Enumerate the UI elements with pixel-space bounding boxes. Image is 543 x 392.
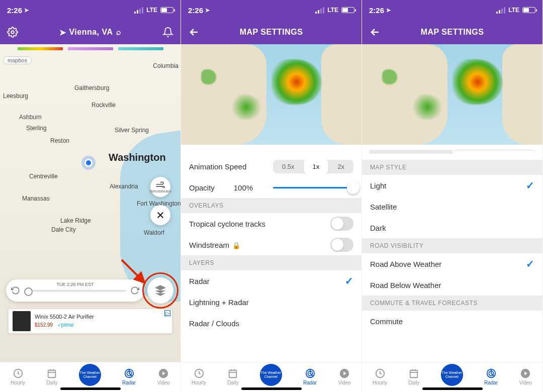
tab-video[interactable]: Video (157, 368, 169, 385)
location-arrow-icon: ➤ (59, 28, 66, 37)
row-opacity: Opacity 100% (181, 177, 361, 198)
tab-video[interactable]: Video (519, 368, 531, 385)
city-label: Centreville (29, 173, 58, 180)
back-arrow-icon[interactable] (188, 26, 200, 38)
page-title: MAP SETTINGS (208, 28, 334, 37)
svg-rect-3 (48, 370, 56, 378)
tab-daily[interactable]: Daily (227, 368, 238, 385)
row-radar[interactable]: Radar✓ (181, 270, 361, 291)
toggle-cyclone[interactable] (330, 217, 353, 231)
segment-layers[interactable]: LAYERS (369, 150, 452, 154)
row-satellite[interactable]: Satellite (362, 196, 542, 217)
speed-2x[interactable]: 2x (328, 160, 353, 173)
battery-icon (341, 7, 354, 13)
svg-rect-13 (410, 370, 418, 378)
status-bar: 2:26➤ LTE (0, 0, 180, 20)
home-indicator[interactable] (422, 387, 483, 390)
segment-features[interactable]: FEATURES (452, 150, 536, 154)
tab-hourly[interactable]: Hourly (11, 368, 25, 385)
tab-hourly[interactable]: Hourly (373, 368, 387, 385)
search-icon: ⌕ (116, 28, 122, 37)
time-slider[interactable]: TUE 2:26 PM EST (24, 290, 126, 291)
battery-icon (522, 7, 535, 13)
row-lightning[interactable]: Lightning + Radar (181, 291, 361, 313)
screen-settings-layers: 2:26➤ LTE MAP SETTINGS LAYERS FEATURES A… (181, 0, 362, 392)
speed-05x[interactable]: 0.5x (273, 160, 304, 173)
city-label: Rockville (92, 102, 116, 109)
rewind-icon[interactable] (11, 286, 20, 295)
navbar-settings: MAP SETTINGS (181, 20, 361, 44)
map-layers-button[interactable] (147, 277, 173, 304)
check-icon: ✓ (526, 179, 534, 191)
speed-segment[interactable]: 0.5x 1x 2x (273, 160, 353, 173)
home-indicator[interactable] (60, 387, 121, 390)
time-scrubber[interactable]: TUE 2:26 PM EST (6, 279, 144, 302)
tab-hourly[interactable]: Hourly (192, 368, 206, 385)
section-road: ROAD VISIBILITY (362, 238, 542, 253)
location-selector[interactable]: ➤ Vienna, VA ⌕ (27, 28, 153, 37)
city-label: Columbia (153, 62, 178, 69)
opacity-slider[interactable] (273, 187, 353, 188)
row-cyclone[interactable]: Tropical cyclone tracks (181, 213, 361, 234)
city-label: Silver Spring (115, 127, 149, 134)
navbar-settings: MAP SETTINGS (362, 20, 542, 44)
city-label: Reston (50, 137, 69, 144)
settings-features-panel: LAYERS FEATURES MAP STYLE Light✓ Satelli… (362, 145, 542, 332)
section-layers: LAYERS (181, 255, 361, 270)
windstream-fab[interactable]: Windstream (150, 177, 170, 197)
map-preview[interactable] (181, 44, 361, 145)
back-arrow-icon[interactable] (369, 26, 381, 38)
row-road-above[interactable]: Road Above Weather✓ (362, 253, 542, 274)
screen-settings-features: 2:26➤ LTE MAP SETTINGS LAYERS FEATURES M… (362, 0, 543, 392)
row-windstream[interactable]: Windstream🔒 (181, 234, 361, 255)
row-clouds[interactable]: Radar / Clouds (181, 313, 361, 332)
tab-radar[interactable]: Radar (303, 368, 317, 385)
toggle-windstream[interactable] (330, 238, 353, 252)
current-location-dot (84, 159, 93, 167)
screen-map: 2:26➤ LTE ➤ Vienna, VA ⌕ mapbox Columbia… (0, 0, 181, 392)
tab-video[interactable]: Video (338, 368, 350, 385)
tab-radar[interactable]: Radar (484, 368, 498, 385)
row-dark[interactable]: Dark (362, 217, 542, 238)
tab-today[interactable]: The Weather Channel (260, 368, 282, 386)
mapbox-attribution: mapbox (3, 56, 32, 64)
row-animation-speed: Animation Speed 0.5x 1x 2x (181, 156, 361, 177)
city-label: Washington (109, 152, 166, 163)
city-label: Lake Ridge (60, 217, 91, 224)
home-indicator[interactable] (241, 387, 302, 390)
layers-features-segment[interactable]: LAYERS FEATURES (369, 150, 535, 154)
city-label: Ashburn (19, 114, 42, 121)
settings-gear-icon[interactable] (7, 27, 18, 38)
status-time: 2:26 (7, 6, 22, 15)
location-arrow-icon: ➤ (386, 7, 391, 14)
location-label: Vienna, VA (69, 28, 113, 37)
ad-close-icon[interactable]: ▷ (164, 310, 170, 316)
forward-icon[interactable] (130, 286, 139, 295)
section-mapstyle: MAP STYLE (362, 160, 542, 175)
speed-1x[interactable]: 1x (304, 160, 329, 173)
section-overlays: OVERLAYS (181, 198, 361, 213)
signal-icon (134, 7, 143, 14)
ad-image (13, 311, 31, 331)
city-label: Alexandria (110, 183, 138, 190)
row-commute[interactable]: Commute (362, 311, 542, 332)
notifications-bell-icon[interactable] (162, 27, 173, 38)
city-label: Manassas (22, 195, 50, 202)
city-label: Gaithersburg (74, 84, 109, 91)
close-fab[interactable] (150, 205, 170, 225)
signal-icon (496, 7, 505, 14)
tab-daily[interactable]: Daily (46, 368, 57, 385)
city-label: Dale City (51, 226, 76, 233)
tab-today[interactable]: The Weather Channel (79, 368, 101, 386)
row-road-below[interactable]: Road Below Weather (362, 274, 542, 296)
signal-icon (315, 7, 324, 14)
settings-layers-panel: LAYERS FEATURES Animation Speed 0.5x 1x … (181, 145, 361, 332)
tab-daily[interactable]: Daily (408, 368, 419, 385)
tab-radar[interactable]: Radar (122, 368, 136, 385)
map-preview[interactable] (362, 44, 542, 145)
row-light[interactable]: Light✓ (362, 175, 542, 196)
location-arrow-icon: ➤ (24, 7, 29, 14)
ad-banner[interactable]: Winix 5500-2 Air Purifier $152.99 ✓prime… (8, 309, 172, 334)
tab-today[interactable]: The Weather Channel (441, 368, 463, 386)
map-view[interactable]: mapbox Columbia Gaithersburg Rockville L… (0, 44, 180, 362)
